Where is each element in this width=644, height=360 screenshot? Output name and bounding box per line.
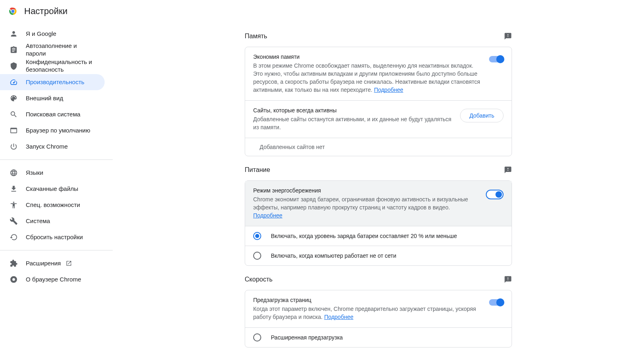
power-radio-unplugged[interactable]: Включать, когда компьютер работает не от… — [245, 246, 512, 265]
feedback-button-memory[interactable] — [504, 32, 512, 40]
sidebar-item-about[interactable]: О браузере Chrome — [0, 271, 105, 288]
sidebar-item-extensions[interactable]: Расширения — [0, 255, 105, 271]
header: Настройки — [0, 0, 644, 23]
main-content: Память Экономия памяти В этом режиме Chr… — [113, 23, 644, 360]
sidebar-label: Языки — [26, 169, 43, 177]
shield-icon — [10, 62, 18, 70]
download-icon — [10, 185, 18, 193]
sidebar-divider — [0, 159, 113, 160]
memory-saver-toggle[interactable] — [489, 56, 504, 62]
sidebar-label: Я и Google — [26, 30, 56, 38]
energy-saver-more-link[interactable]: Подробнее — [253, 212, 283, 219]
sidebar-label: Скачанные файлы — [26, 185, 78, 193]
radio-dot — [253, 252, 261, 260]
sidebar-label: Запуск Chrome — [26, 143, 68, 151]
section-header-speed: Скорость — [245, 275, 512, 283]
active-sites-title: Сайты, которые всегда активны — [253, 107, 452, 114]
power-radio-battery-20[interactable]: Включать, когда уровень заряда батареи с… — [245, 226, 512, 246]
sidebar-label: Внешний вид — [26, 95, 63, 102]
sidebar-label: Конфиденциальность и безопасность — [26, 58, 95, 74]
radio-dot-checked — [253, 232, 261, 240]
radio-dot — [253, 333, 261, 341]
sidebar-label: Браузер по умолчанию — [26, 127, 90, 134]
active-sites-desc: Добавленные сайты останутся активными, и… — [253, 115, 452, 131]
open-in-new-icon — [66, 260, 72, 267]
browser-icon — [10, 126, 18, 134]
header-title: Настройки — [24, 6, 68, 17]
section-title: Память — [245, 33, 267, 40]
active-sites-row: Сайты, которые всегда активны Добавленны… — [245, 100, 512, 138]
person-icon — [10, 30, 18, 38]
globe-icon — [10, 169, 18, 177]
sidebar: Я и Google Автозаполнение и пароли Конфи… — [0, 23, 113, 360]
radio-label: Включать, когда уровень заряда батареи с… — [271, 233, 457, 239]
memory-saver-title: Экономия памяти — [253, 54, 481, 60]
sidebar-item-default-browser[interactable]: Браузер по умолчанию — [0, 122, 105, 139]
sidebar-item-downloads[interactable]: Скачанные файлы — [0, 181, 105, 197]
preload-row: Предзагрузка страниц Когда этот параметр… — [245, 290, 512, 327]
wrench-icon — [10, 217, 18, 225]
power-card: Режим энергосбережения Chrome экономит з… — [245, 180, 512, 266]
radio-label: Включать, когда компьютер работает не от… — [271, 252, 396, 259]
section-header-memory: Память — [245, 32, 512, 40]
preload-toggle[interactable] — [489, 299, 504, 306]
sidebar-item-you-and-google[interactable]: Я и Google — [0, 26, 105, 42]
memory-card: Экономия памяти В этом режиме Chrome осв… — [245, 47, 512, 156]
sidebar-item-appearance[interactable]: Внешний вид — [0, 90, 105, 106]
assignment-icon — [10, 46, 18, 54]
no-sites-message: Добавленных сайтов нет — [245, 138, 512, 156]
sidebar-label: Сбросить настройки — [26, 234, 83, 241]
preload-more-link[interactable]: Подробнее — [324, 314, 353, 320]
sidebar-label: Спец. возможности — [26, 201, 80, 209]
sidebar-item-privacy[interactable]: Конфиденциальность и безопасность — [0, 58, 105, 74]
sidebar-divider — [0, 250, 113, 250]
sidebar-item-search[interactable]: Поисковая система — [0, 106, 105, 122]
sidebar-label: Поисковая система — [26, 111, 80, 118]
power-icon — [10, 143, 18, 151]
energy-saver-title: Режим энергосбережения — [253, 187, 478, 194]
preload-desc: Когда этот параметр включен, Chrome пред… — [253, 305, 481, 321]
sidebar-item-autofill[interactable]: Автозаполнение и пароли — [0, 42, 105, 58]
energy-saver-toggle[interactable] — [486, 190, 504, 199]
chrome-icon — [10, 275, 18, 283]
sidebar-label: Система — [26, 217, 50, 225]
preload-title: Предзагрузка страниц — [253, 297, 481, 303]
speed-icon — [10, 78, 18, 86]
sidebar-item-system[interactable]: Система — [0, 213, 105, 229]
feedback-button-speed[interactable] — [504, 275, 512, 283]
chrome-logo-icon — [8, 6, 18, 16]
palette-icon — [10, 94, 18, 102]
add-site-button[interactable]: Добавить — [460, 109, 504, 122]
speed-card: Предзагрузка страниц Когда этот параметр… — [245, 290, 512, 348]
memory-saver-row: Экономия памяти В этом режиме Chrome осв… — [245, 47, 512, 100]
memory-saver-desc: В этом режиме Chrome освобождает память,… — [253, 62, 481, 94]
sidebar-item-startup[interactable]: Запуск Chrome — [0, 139, 105, 155]
extension-icon — [10, 259, 18, 267]
speed-radio-extended-preload[interactable]: Расширенная предзагрузка — [245, 327, 512, 347]
energy-saver-row: Режим энергосбережения Chrome экономит з… — [245, 181, 512, 226]
energy-saver-desc: Chrome экономит заряд батареи, ограничив… — [253, 195, 478, 219]
section-title: Питание — [245, 166, 270, 174]
section-header-power: Питание — [245, 166, 512, 174]
memory-saver-more-link[interactable]: Подробнее — [374, 87, 403, 93]
sidebar-item-languages[interactable]: Языки — [0, 165, 105, 181]
section-title: Скорость — [245, 276, 272, 283]
feedback-button-power[interactable] — [504, 166, 512, 174]
sidebar-label: О браузере Chrome — [26, 276, 81, 283]
sidebar-item-accessibility[interactable]: Спец. возможности — [0, 197, 105, 213]
svg-point-4 — [12, 278, 15, 281]
accessibility-icon — [10, 201, 18, 209]
search-icon — [10, 110, 18, 118]
sidebar-item-reset[interactable]: Сбросить настройки — [0, 229, 105, 245]
sidebar-label: Автозаполнение и пароли — [26, 42, 95, 58]
sidebar-item-performance[interactable]: Производительность — [0, 74, 105, 90]
sidebar-label: Расширения — [26, 260, 61, 267]
radio-label: Расширенная предзагрузка — [271, 334, 343, 341]
sidebar-label: Производительность — [26, 79, 85, 86]
restore-icon — [10, 233, 18, 241]
